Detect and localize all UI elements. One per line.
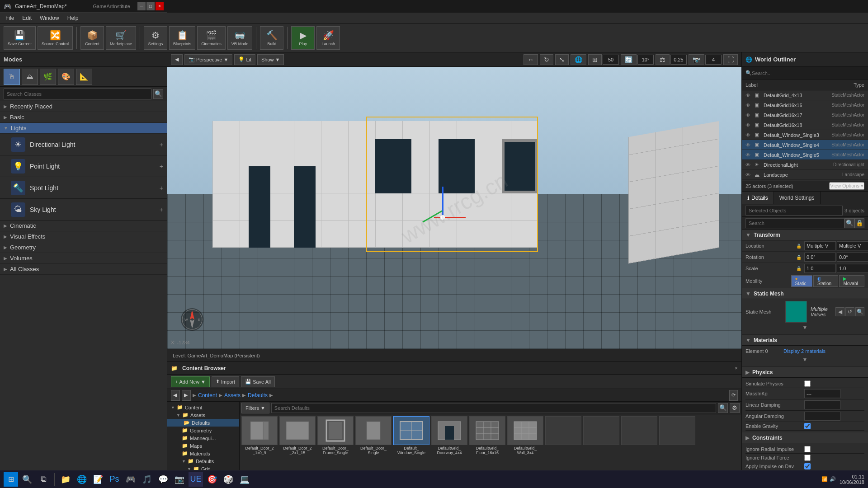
add-new-button[interactable]: + Add New ▼: [171, 376, 210, 387]
category-all-classes[interactable]: ▶ All Classes: [0, 264, 167, 275]
import-button[interactable]: ⬆ Import: [212, 376, 239, 387]
settings-button[interactable]: ⚙ Settings: [144, 26, 167, 50]
category-visual-effects[interactable]: ▶ Visual Effects: [0, 231, 167, 242]
landscape-mode-button[interactable]: ⛰: [22, 69, 38, 85]
tab-details[interactable]: ℹ Details: [742, 192, 774, 204]
world-local-toggle[interactable]: 🌐: [571, 54, 586, 65]
constraints-section-header[interactable]: ▶ Constraints: [742, 432, 868, 443]
ignore-radial-force-checkbox[interactable]: [804, 455, 811, 461]
category-cinematic[interactable]: ▶ Cinematic: [0, 221, 167, 231]
outliner-item-8[interactable]: 👁 ⛰ Landscape Landscape: [742, 170, 868, 180]
app12-taskbar[interactable]: 💻: [237, 472, 252, 487]
search-classes-input[interactable]: [4, 89, 151, 99]
app6-taskbar[interactable]: 🎵: [140, 472, 154, 487]
menu-item-window[interactable]: Window: [36, 14, 63, 22]
enable-gravity-checkbox[interactable]: [804, 423, 811, 429]
build-button[interactable]: 🔨 Build: [260, 26, 283, 50]
physics-section-header[interactable]: ▶ Physics: [742, 367, 868, 378]
details-lock-button[interactable]: 🔒: [854, 218, 864, 228]
view-options-button[interactable]: View Options ▾: [829, 182, 864, 190]
angular-damping-input[interactable]: 0.0: [804, 412, 840, 421]
asset-defaultgrid-floor[interactable]: DefaultGrid_Floor_16x16: [469, 416, 505, 455]
stationary-button[interactable]: ◐ Station: [813, 275, 838, 287]
sky-light-add-icon[interactable]: +: [160, 206, 163, 213]
outliner-item-1[interactable]: 👁 ▣ DefaultGrid16x16 StaticMeshActor: [742, 100, 868, 110]
category-geometry[interactable]: ▶ Geometry: [0, 242, 167, 253]
content-button[interactable]: 📦 Content: [80, 26, 104, 50]
app11-taskbar[interactable]: 🎲: [221, 472, 236, 487]
asset-item-9[interactable]: [545, 416, 581, 455]
app5-taskbar[interactable]: 🎮: [123, 472, 138, 487]
transform-gizmo[interactable]: [425, 200, 461, 236]
tree-item-content[interactable]: ▼ 📁 Content: [167, 404, 239, 411]
asset-default-door-frame[interactable]: Default_Door_Frame_Single: [317, 416, 354, 455]
rotation-x-input[interactable]: [804, 253, 836, 262]
linear-damping-input[interactable]: 0.01: [804, 400, 840, 409]
category-recently-placed[interactable]: ▶ Recently Placed: [0, 101, 167, 112]
ue-taskbar[interactable]: UE: [189, 472, 203, 487]
outliner-item-7[interactable]: 👁 ☀ DirectionalLight DirectionalLight: [742, 160, 868, 170]
viewport-perspective-button[interactable]: 📷 Perspective ▼: [184, 54, 232, 65]
masskg-input[interactable]: [804, 389, 840, 398]
foliage-mode-button[interactable]: 🌿: [40, 69, 56, 85]
materials-expand-icon[interactable]: ▼: [802, 357, 808, 363]
camera-speed-input[interactable]: [705, 55, 722, 65]
viewport-lit-button[interactable]: 💡 Lit: [234, 54, 255, 65]
source-control-button[interactable]: 🔀 Source Control: [38, 26, 73, 50]
menu-item-edit[interactable]: Edit: [19, 14, 35, 22]
save-all-button[interactable]: 💾 Save All: [241, 376, 275, 387]
scale-tool[interactable]: ⤡: [555, 54, 569, 65]
close-button[interactable]: ×: [156, 2, 164, 10]
asset-search-button[interactable]: 🔍: [718, 403, 728, 413]
static-mesh-thumbnail[interactable]: [785, 301, 807, 323]
ps-taskbar[interactable]: Ps: [107, 472, 122, 487]
path-defaults[interactable]: Defaults: [248, 392, 268, 399]
sm-browse-button[interactable]: ◀: [835, 307, 844, 316]
path-refresh-button[interactable]: ⟳: [729, 390, 738, 401]
menu-item-file[interactable]: File: [2, 14, 18, 22]
app7-taskbar[interactable]: 💬: [156, 472, 170, 487]
point-light-item[interactable]: 💡 Point Light +: [0, 155, 167, 177]
path-back-button[interactable]: ◀: [171, 390, 180, 401]
save-current-button[interactable]: 💾 Save Current: [4, 26, 36, 50]
taskview-button[interactable]: ⧉: [36, 472, 51, 487]
outliner-search-input[interactable]: [752, 70, 864, 76]
location-y-input[interactable]: [837, 241, 868, 250]
asset-default-door-2-1x0[interactable]: Default_Door_2_1x0_9: [241, 416, 278, 455]
static-mesh-section-header[interactable]: ▼ Static Mesh: [742, 288, 868, 299]
browser-taskbar[interactable]: 🌐: [75, 472, 89, 487]
filters-button[interactable]: Filters ▼: [241, 403, 269, 413]
cinematics-button[interactable]: 🎬 Cinematics: [197, 26, 226, 50]
asset-default-door-2-2x1[interactable]: Default_Door_2_2x1_15: [279, 416, 316, 455]
ignore-radial-impulse-checkbox[interactable]: [804, 446, 811, 452]
location-x-input[interactable]: [804, 241, 836, 250]
play-button[interactable]: ▶ Play: [291, 26, 315, 50]
directional-light-item[interactable]: ☀ Directional Light +: [0, 134, 167, 155]
scale-snap-button[interactable]: ⚖: [656, 54, 670, 65]
asset-default-door-single[interactable]: Default_Door_Single: [355, 416, 392, 455]
outliner-item-4[interactable]: 👁 ▣ Default_Window_Single3 StaticMeshAct…: [742, 130, 868, 140]
transform-section-header[interactable]: ▼ Transform: [742, 230, 868, 240]
asset-item-10[interactable]: [583, 416, 619, 455]
scale-y-input[interactable]: [837, 264, 868, 273]
path-forward-button[interactable]: ▶: [182, 390, 191, 401]
grid-size-input[interactable]: [603, 55, 619, 65]
content-browser-close[interactable]: ×: [735, 365, 738, 371]
app10-taskbar[interactable]: 🎯: [205, 472, 219, 487]
asset-item-12[interactable]: [659, 416, 695, 455]
menu-item-help[interactable]: Help: [64, 14, 82, 22]
viewport-3d[interactable]: www.rrcg.cn N S W E: [167, 67, 741, 349]
grid-snap-button[interactable]: ⊞: [588, 54, 602, 65]
minimize-button[interactable]: ─: [137, 2, 146, 10]
simulate-physics-checkbox[interactable]: [804, 380, 811, 387]
outliner-item-0[interactable]: 👁 ▣ DefaultGrid_4x13 StaticMeshActor: [742, 90, 868, 100]
asset-defaultgrid-doorway[interactable]: DefaultGrid_Doorway_4x4: [431, 416, 467, 455]
mesh-paint-mode-button[interactable]: 🎨: [58, 69, 74, 85]
tree-item-assets[interactable]: ▼ 📁 Assets: [167, 411, 239, 419]
rotation-snap-input[interactable]: [637, 55, 654, 65]
search-taskbar-button[interactable]: 🔍: [20, 472, 34, 487]
rotate-tool[interactable]: ↻: [540, 54, 553, 65]
marketplace-button[interactable]: 🛒 Marketplace: [106, 26, 136, 50]
sm-expand-icon[interactable]: ▼: [802, 324, 808, 331]
tree-item-maps[interactable]: 📁 Maps: [167, 442, 239, 450]
